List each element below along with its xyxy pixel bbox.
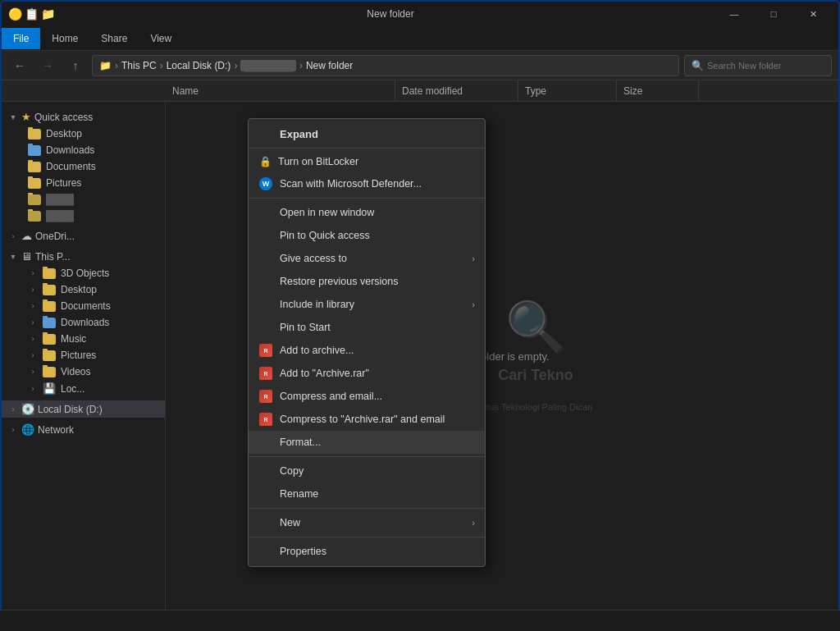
maximize-button[interactable]: □ bbox=[755, 2, 792, 26]
thispc-label: This P... bbox=[35, 251, 70, 263]
tab-file[interactable]: File bbox=[2, 28, 40, 49]
back-button[interactable]: ← bbox=[8, 55, 31, 76]
ctx-copy[interactable]: Copy bbox=[249, 460, 485, 482]
ctx-compress-email[interactable]: R Compress and email... bbox=[249, 385, 485, 408]
sidebar-item-pc-desktop[interactable]: › Desktop bbox=[2, 281, 165, 298]
localc-expand: › bbox=[28, 384, 38, 394]
path-localdisk[interactable]: Local Disk (D:) bbox=[167, 60, 231, 71]
folder-path-icon: 📁 bbox=[99, 60, 112, 71]
new-icon bbox=[258, 515, 273, 530]
sidebar-item-pc-pictures[interactable]: › Pictures bbox=[2, 347, 165, 364]
pcpic-expand: › bbox=[28, 350, 38, 360]
title-bar: 🟡 📋 📁 New folder — □ ✕ bbox=[2, 2, 838, 26]
ctx-properties[interactable]: Properties bbox=[249, 540, 485, 563]
window-icon-1: 🟡 bbox=[8, 7, 21, 21]
pcpic-icon bbox=[43, 350, 56, 361]
col-header-date[interactable]: Date modified bbox=[395, 80, 518, 101]
pcdesktop-expand: › bbox=[28, 285, 38, 295]
up-button[interactable]: ↑ bbox=[64, 55, 87, 76]
expand-icon bbox=[258, 126, 273, 141]
forward-button[interactable]: → bbox=[36, 55, 59, 76]
ctx-new[interactable]: New › bbox=[249, 511, 485, 534]
pcvid-icon bbox=[43, 367, 56, 377]
col-header-type[interactable]: Type bbox=[518, 80, 617, 101]
ctx-restore[interactable]: Restore previous versions bbox=[249, 270, 485, 293]
give-access-icon bbox=[258, 251, 273, 266]
ctx-defender[interactable]: W Scan with Microsoft Defender... bbox=[249, 172, 485, 195]
quickaccess-label: Quick access bbox=[34, 112, 93, 123]
include-lib-icon bbox=[258, 297, 273, 312]
add-archive-icon: R bbox=[258, 343, 273, 358]
sidebar-item-downloads[interactable]: Downloads bbox=[2, 142, 165, 158]
sidebar-item-3dobjects[interactable]: › 3D Objects bbox=[2, 265, 165, 281]
locald-disk-icon: 💽 bbox=[21, 403, 34, 415]
pcdoc-icon bbox=[43, 301, 56, 312]
path-newfolder[interactable]: New folder bbox=[306, 60, 353, 71]
sidebar-item-documents[interactable]: Documents bbox=[2, 158, 165, 175]
sidebar-section-thispc: ▼ 🖥 This P... › 3D Objects › Desktop › D… bbox=[2, 248, 165, 397]
sidebar-item-folder2[interactable]: ████ bbox=[2, 208, 165, 224]
sidebar-network-header[interactable]: › 🌐 Network bbox=[2, 421, 165, 438]
ctx-restore-label: Restore previous versions bbox=[280, 276, 399, 287]
ctx-copy-label: Copy bbox=[280, 465, 304, 477]
ctx-format[interactable]: Format... bbox=[249, 431, 485, 454]
sidebar-item-desktop[interactable]: Desktop bbox=[2, 126, 165, 142]
ctx-give-access[interactable]: Give access to › bbox=[249, 247, 485, 270]
ctx-add-archive[interactable]: R Add to archive... bbox=[249, 339, 485, 362]
format-icon bbox=[258, 435, 273, 450]
sidebar-onedrive-header[interactable]: › ☁ OneDri... bbox=[2, 227, 165, 245]
sidebar-thispc-header[interactable]: ▼ 🖥 This P... bbox=[2, 248, 165, 265]
sidebar-locald-header[interactable]: › 💽 Local Disk (D:) bbox=[2, 400, 165, 418]
folder1-icon bbox=[28, 194, 41, 205]
sidebar-section-onedrive: › ☁ OneDri... bbox=[2, 227, 165, 245]
pcpic-label: Pictures bbox=[61, 350, 96, 361]
ctx-bitlocker[interactable]: 🔒 Turn on BitLocker bbox=[249, 151, 485, 172]
minimize-button[interactable]: — bbox=[715, 2, 753, 26]
pcdl-icon bbox=[43, 318, 56, 328]
documents-folder-icon bbox=[28, 162, 41, 172]
title-controls: — □ ✕ bbox=[715, 2, 832, 26]
pcdoc-label: Documents bbox=[61, 300, 111, 312]
sidebar-quickaccess-header[interactable]: ▼ ★ Quick access bbox=[2, 108, 165, 126]
ctx-expand[interactable]: Expand bbox=[249, 122, 485, 145]
sidebar-item-pc-documents[interactable]: › Documents bbox=[2, 298, 165, 314]
ctx-new-label: New bbox=[280, 517, 300, 528]
sidebar: ▼ ★ Quick access Desktop Downloads Docum… bbox=[2, 102, 166, 611]
ctx-sep-2 bbox=[249, 198, 485, 199]
ctx-rename[interactable]: Rename bbox=[249, 482, 485, 505]
documents-label: Documents bbox=[46, 161, 96, 172]
col-header-size[interactable]: Size bbox=[617, 80, 699, 101]
ctx-sep-3 bbox=[249, 456, 485, 457]
compress-email-icon: R bbox=[258, 389, 273, 404]
desktop-folder-icon bbox=[28, 129, 41, 139]
thispc-pc-icon: 🖥 bbox=[21, 250, 32, 263]
context-menu: Expand 🔒 Turn on BitLocker W Scan with M… bbox=[248, 118, 486, 567]
ctx-include-lib[interactable]: Include in library › bbox=[249, 293, 485, 316]
tab-home[interactable]: Home bbox=[40, 28, 89, 49]
close-button[interactable]: ✕ bbox=[794, 2, 832, 26]
sidebar-item-pc-music[interactable]: › Music bbox=[2, 331, 165, 347]
address-path[interactable]: 📁 › This PC › Local Disk (D:) › ███████ … bbox=[92, 55, 679, 76]
ctx-pin-start[interactable]: Pin to Start bbox=[249, 316, 485, 339]
desktop-label: Desktop bbox=[46, 128, 82, 139]
path-thispc[interactable]: This PC bbox=[121, 60, 157, 71]
search-bar[interactable]: 🔍 Search New folder bbox=[684, 55, 832, 76]
folder2-icon bbox=[28, 211, 41, 222]
sidebar-item-pc-downloads[interactable]: › Downloads bbox=[2, 314, 165, 331]
sidebar-item-pc-localc[interactable]: › 💾 Loc... bbox=[2, 380, 165, 397]
thispc-expand-icon: ▼ bbox=[8, 252, 18, 262]
sidebar-item-folder1[interactable]: ████ bbox=[2, 191, 165, 208]
onedrive-expand-icon: › bbox=[8, 231, 18, 241]
ctx-add-archive-rar[interactable]: R Add to "Archive.rar" bbox=[249, 362, 485, 385]
ctx-pin-quick[interactable]: Pin to Quick access bbox=[249, 224, 485, 247]
localc-label: Loc... bbox=[61, 383, 84, 395]
col-header-name[interactable]: Name bbox=[166, 80, 395, 101]
ctx-compress-rar-email[interactable]: R Compress to "Archive.rar" and email bbox=[249, 408, 485, 431]
ctx-open-window[interactable]: Open in new window bbox=[249, 201, 485, 224]
sidebar-item-pictures[interactable]: Pictures bbox=[2, 175, 165, 191]
tab-share[interactable]: Share bbox=[89, 28, 139, 49]
ribbon: File Home Share View bbox=[2, 26, 838, 51]
sidebar-section-quickaccess: ▼ ★ Quick access Desktop Downloads Docum… bbox=[2, 108, 165, 224]
tab-view[interactable]: View bbox=[139, 28, 183, 49]
sidebar-item-pc-videos[interactable]: › Videos bbox=[2, 364, 165, 380]
